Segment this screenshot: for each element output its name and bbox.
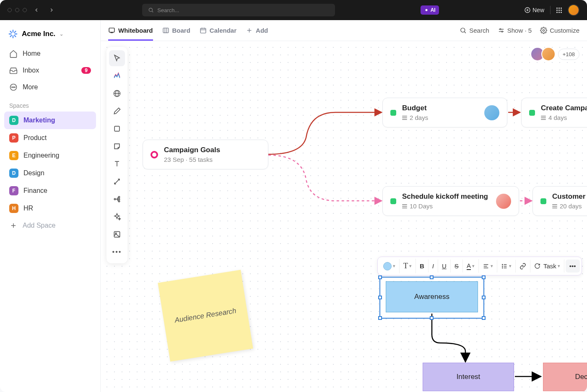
status-green-icon <box>390 110 396 116</box>
web-tool[interactable] <box>109 86 125 101</box>
workspace-selector[interactable]: Acme Inc. ⌄ <box>4 26 96 42</box>
user-avatar[interactable] <box>568 4 579 16</box>
tab-add[interactable]: Add <box>246 20 268 41</box>
calendar-icon <box>200 27 207 34</box>
space-finance[interactable]: FFinance <box>4 182 96 200</box>
chevron-down-icon: ⌄ <box>60 31 63 37</box>
status-green-icon <box>390 198 396 204</box>
space-product[interactable]: PProduct <box>4 129 96 147</box>
svg-point-36 <box>543 29 545 31</box>
connector-tool[interactable] <box>109 174 125 190</box>
show-button[interactable]: Show · 5 <box>498 27 532 34</box>
board-icon <box>162 27 169 34</box>
svg-rect-20 <box>109 28 114 32</box>
select-tool[interactable] <box>109 50 125 66</box>
svg-point-46 <box>118 200 119 202</box>
link-button[interactable] <box>516 260 530 273</box>
search-icon <box>148 7 154 13</box>
svg-point-45 <box>118 198 119 200</box>
sticky-note[interactable]: Audience Research <box>158 270 253 362</box>
nav-more[interactable]: More <box>4 79 96 96</box>
assignee-avatar[interactable] <box>484 105 499 120</box>
svg-point-52 <box>502 264 503 265</box>
task-tool[interactable] <box>109 68 125 84</box>
pen-tool[interactable] <box>109 103 125 119</box>
card-kickoff[interactable]: Schedule kickoff meeting 10 Days <box>382 186 519 216</box>
space-design[interactable]: DDesign <box>4 164 96 182</box>
text-color-button[interactable]: A▾ <box>463 259 479 273</box>
bold-button[interactable]: B <box>416 260 429 273</box>
strike-button[interactable]: S <box>451 260 463 273</box>
svg-line-13 <box>14 31 16 33</box>
shape-interest[interactable]: Interest <box>423 363 514 391</box>
ai-button[interactable]: AI <box>421 5 439 15</box>
tab-calendar[interactable]: Calendar <box>200 20 236 41</box>
cursor-icon <box>113 54 121 62</box>
tab-board[interactable]: Board <box>162 20 190 41</box>
globe-icon <box>113 89 121 98</box>
svg-point-16 <box>13 87 14 88</box>
list-icon <box>541 116 546 120</box>
shape-awareness[interactable]: Awareness <box>386 281 478 312</box>
convert-task-button[interactable]: Task▾ <box>530 260 564 273</box>
font-button[interactable]: T▾ <box>400 259 416 273</box>
nav-forward-icon[interactable] <box>46 5 57 15</box>
new-button[interactable]: New <box>524 7 544 13</box>
assignee-avatar[interactable] <box>496 194 511 209</box>
list-icon <box>552 204 557 208</box>
ellipsis-icon: ••• <box>112 248 122 256</box>
list-button[interactable]: ▾ <box>497 260 516 273</box>
svg-line-12 <box>10 35 12 36</box>
titlebar: Search... AI New <box>0 0 587 20</box>
more-format-button[interactable]: ••• <box>566 260 580 273</box>
list-icon <box>501 263 508 270</box>
card-create-campaign[interactable]: Create Campaign 4 days <box>521 98 587 127</box>
mindmap-icon <box>113 195 121 203</box>
tool-palette: ••• <box>106 47 127 263</box>
sticky-tool[interactable] <box>109 138 125 154</box>
sliders-icon <box>498 27 505 34</box>
fill-color-button[interactable]: ▾ <box>379 259 400 273</box>
list-icon <box>402 116 407 120</box>
nav-home[interactable]: Home <box>4 45 96 62</box>
collaborator-more[interactable]: +108 <box>558 49 579 60</box>
card-customer-beta[interactable]: Customer Beta 20 days <box>532 186 587 216</box>
italic-button[interactable]: I <box>429 260 438 273</box>
collaborator-avatar[interactable] <box>541 47 556 61</box>
tab-search-button[interactable]: Search <box>460 27 489 34</box>
space-engineering[interactable]: EEngineering <box>4 147 96 164</box>
shape-tool[interactable] <box>109 121 125 137</box>
card-budget[interactable]: Budget 2 days <box>382 98 507 127</box>
svg-line-31 <box>465 32 466 33</box>
more-tools[interactable]: ••• <box>109 244 125 260</box>
customize-button[interactable]: Customize <box>540 27 579 34</box>
align-button[interactable]: ▾ <box>479 260 497 273</box>
svg-point-34 <box>500 29 501 30</box>
collaborators[interactable]: +108 <box>534 47 579 61</box>
format-toolbar: ▾ T▾ B I U S A▾ ▾ ▾ Task▾ ••• <box>377 257 582 275</box>
mindmap-tool[interactable] <box>109 191 125 207</box>
space-hr[interactable]: HHR <box>4 200 96 217</box>
space-marketing[interactable]: DMarketing <box>4 112 96 129</box>
apps-icon[interactable] <box>556 8 562 13</box>
text-tool[interactable] <box>109 156 125 172</box>
svg-point-54 <box>502 267 503 268</box>
square-icon <box>113 125 121 133</box>
underline-button[interactable]: U <box>438 260 451 273</box>
global-search-input[interactable]: Search... <box>142 4 335 16</box>
shape-decision[interactable]: Decision <box>543 363 587 391</box>
nav-inbox[interactable]: Inbox 9 <box>4 62 96 79</box>
whiteboard-canvas[interactable]: ••• +108 <box>101 41 587 392</box>
tab-whiteboard[interactable]: Whiteboard <box>108 20 153 41</box>
ai-tool[interactable] <box>109 209 125 225</box>
svg-line-1 <box>152 11 153 13</box>
image-tool[interactable] <box>109 226 125 242</box>
nav-back-icon[interactable] <box>31 5 42 15</box>
svg-point-44 <box>118 196 119 197</box>
card-campaign-goals[interactable]: Campaign Goals 23 Sep · 55 tasks <box>143 140 268 169</box>
add-space-button[interactable]: Add Space <box>4 217 96 234</box>
window-controls[interactable] <box>8 8 27 12</box>
spaces-heading: Spaces <box>4 96 96 112</box>
inbox-badge: 9 <box>81 67 91 74</box>
list-icon <box>402 204 407 208</box>
